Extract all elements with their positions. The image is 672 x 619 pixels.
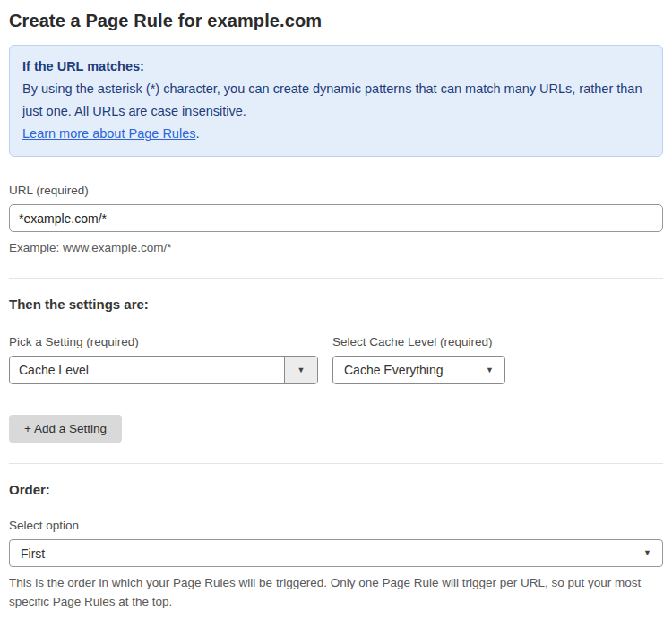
settings-row: Pick a Setting (required) Cache Level ▼ … (9, 335, 663, 384)
cache-level-field: Select Cache Level (required) Cache Ever… (332, 335, 505, 384)
chevron-down-icon: ▼ (297, 366, 306, 374)
url-matches-info-box: If the URL matches: By using the asteris… (9, 45, 663, 157)
pick-setting-label: Pick a Setting (required) (9, 335, 318, 348)
pick-setting-dropdown[interactable]: Cache Level ▼ (9, 356, 318, 384)
cache-level-label: Select Cache Level (required) (332, 335, 505, 348)
divider (9, 278, 663, 279)
learn-more-link[interactable]: Learn more about Page Rules (22, 126, 195, 141)
url-section: URL (required) Example: www.example.com/… (9, 184, 663, 257)
chevron-down-icon: ▼ (643, 549, 651, 557)
info-box-link-line: Learn more about Page Rules. (22, 123, 650, 145)
info-box-heading: If the URL matches: (22, 56, 650, 78)
dropdown-arrow-segment[interactable]: ▼ (284, 357, 317, 383)
url-label: URL (required) (9, 184, 663, 197)
url-input[interactable] (9, 204, 663, 232)
order-value: First (21, 546, 45, 561)
add-setting-button[interactable]: + Add a Setting (9, 415, 122, 443)
chevron-down-icon: ▼ (486, 366, 494, 374)
pick-setting-value: Cache Level (10, 357, 284, 383)
url-helper-text: Example: www.example.com/* (9, 238, 663, 257)
order-select-label: Select option (9, 519, 663, 532)
order-heading: Order: (9, 482, 663, 497)
link-suffix: . (195, 126, 199, 141)
cache-level-dropdown[interactable]: Cache Everything ▼ (332, 356, 505, 384)
order-dropdown[interactable]: First ▼ (9, 539, 663, 567)
divider (9, 463, 663, 464)
settings-heading: Then the settings are: (9, 297, 663, 312)
info-box-body: By using the asterisk (*) character, you… (22, 78, 650, 123)
pick-setting-field: Pick a Setting (required) Cache Level ▼ (9, 335, 318, 384)
cache-level-value: Cache Everything (344, 363, 444, 377)
page-title: Create a Page Rule for example.com (9, 11, 663, 31)
create-page-rule-form: Create a Page Rule for example.com If th… (0, 0, 672, 619)
order-helper-text: This is the order in which your Page Rul… (9, 573, 645, 611)
